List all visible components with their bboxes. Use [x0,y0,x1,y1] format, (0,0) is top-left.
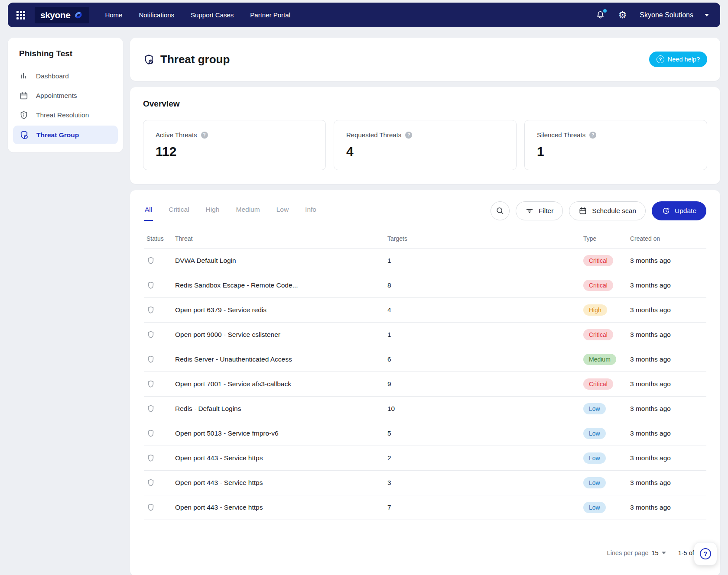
column-header-targets: Targets [387,235,583,242]
table-row[interactable]: Open port 9000 - Service cslistener 1 Cr… [144,323,706,347]
sidebar-title: Phishing Test [19,49,117,58]
search-button[interactable] [491,201,510,220]
stat-card-requested-threats: Requested Threats ? 4 [334,120,517,170]
threat-name: Open port 9000 - Service cslistener [175,331,387,339]
floating-help-button[interactable]: ? [694,542,717,565]
column-header-threat: Threat [175,235,387,242]
table-row[interactable]: Open port 7001 - Service afs3-callback 9… [144,372,706,397]
help-tooltip-icon[interactable]: ? [589,132,596,139]
table-row[interactable]: Open port 443 - Service https 3 Low 3 mo… [144,471,706,495]
tab-critical[interactable]: Critical [168,200,190,221]
status-shield-icon [146,306,175,314]
overview-section: Overview Active Threats ? 112 Requested … [130,87,720,184]
column-header-created: Created on [630,235,706,242]
status-shield-icon [146,454,175,462]
table-row[interactable]: Open port 443 - Service https 2 Low 3 mo… [144,446,706,471]
threat-name: Redis Sandbox Escape - Remote Code... [175,281,387,289]
schedule-scan-button[interactable]: Schedule scan [569,201,646,220]
logo[interactable]: skyone [35,7,89,23]
threat-name: Open port 5013 - Service fmpro-v6 [175,430,387,437]
filter-icon [525,207,534,215]
threat-name: Open port 6379 - Service redis [175,306,387,314]
table-row[interactable]: Redis - Default Logins 10 Low 3 months a… [144,397,706,421]
filter-button[interactable]: Filter [516,201,563,220]
sidebar-item-label: Threat Group [36,131,79,139]
targets-count: 2 [387,454,583,462]
account-name: Skyone Solutions [640,11,693,19]
grid-apps-icon[interactable] [14,8,28,22]
column-header-status: Status [146,235,175,242]
table-toolbar: AllCriticalHighMediumLowInfo Filter [144,200,706,221]
type-badge: Critical [583,280,613,291]
type-badge: High [583,304,607,316]
created-on: 3 months ago [630,380,706,388]
question-circle-icon: ? [656,55,664,63]
overview-title: Overview [143,99,707,109]
tab-medium[interactable]: Medium [235,200,261,221]
nav-item-home[interactable]: Home [105,11,122,19]
targets-count: 6 [387,355,583,363]
bell-icon[interactable] [595,10,605,20]
sidebar-item-label: Dashboard [36,72,69,80]
page-header-card: Threat group ? Need help? [130,38,720,81]
update-button[interactable]: Update [652,201,706,220]
targets-count: 1 [387,331,583,339]
status-shield-icon [146,256,175,265]
table-row[interactable]: Open port 443 - Service https 7 Low 3 mo… [144,495,706,520]
table-row[interactable]: DVWA Default Login 1 Critical 3 months a… [144,249,706,273]
tab-high[interactable]: High [205,200,221,221]
created-on: 3 months ago [630,281,706,289]
help-tooltip-icon[interactable]: ? [201,132,208,139]
targets-count: 8 [387,281,583,289]
type-badge: Low [583,502,606,513]
sidebar-item-appointments[interactable]: Appointments [13,87,118,105]
sidebar-item-threat-resolution[interactable]: Threat Resolution [13,106,118,124]
created-on: 3 months ago [630,504,706,511]
nav-item-partner-portal[interactable]: Partner Portal [250,11,290,19]
chevron-down-icon [662,552,666,554]
created-on: 3 months ago [630,430,706,437]
type-badge: Low [583,403,606,414]
help-tooltip-icon[interactable]: ? [405,132,412,139]
created-on: 3 months ago [630,331,706,339]
nav-item-support-cases[interactable]: Support Cases [191,11,234,19]
refresh-clock-icon [662,207,670,215]
created-on: 3 months ago [630,405,706,413]
sidebar-item-threat-group[interactable]: Threat Group [13,126,118,144]
nav-item-notifications[interactable]: Notifications [139,11,174,19]
need-help-button[interactable]: ? Need help? [649,52,707,67]
stat-label: Silenced Threats [537,131,585,139]
table-row[interactable]: Open port 5013 - Service fmpro-v6 5 Low … [144,421,706,446]
stat-value: 112 [156,144,313,159]
created-on: 3 months ago [630,454,706,462]
column-header-type: Type [583,235,630,242]
lines-per-page-select[interactable]: Lines per page 15 [607,549,666,556]
status-shield-icon [146,380,175,388]
sidebar-item-dashboard[interactable]: Dashboard [13,67,118,85]
created-on: 3 months ago [630,306,706,314]
main-content: Threat group ? Need help? Overview Activ… [130,38,720,575]
table-footer: Lines per page 15 1-5 of 100 [144,538,706,575]
tab-low[interactable]: Low [276,200,289,221]
tab-all[interactable]: All [144,200,153,221]
threat-name: Redis - Default Logins [175,405,387,413]
shield-info-icon [19,110,29,120]
lines-per-page-value: 15 [652,549,659,556]
stat-label: Requested Threats [346,131,401,139]
threat-name: DVWA Default Login [175,257,387,265]
table-row[interactable]: Redis Server - Unauthenticated Access 6 … [144,347,706,372]
type-badge: Low [583,428,606,439]
tab-info[interactable]: Info [304,200,317,221]
chevron-down-icon [705,14,709,16]
account-menu[interactable]: Skyone Solutions [640,11,709,19]
status-shield-icon [146,404,175,413]
targets-count: 3 [387,479,583,487]
status-shield-icon [146,330,175,339]
sidebar-item-label: Appointments [36,92,77,100]
stat-value: 1 [537,144,695,159]
top-navigation: HomeNotificationsSupport CasesPartner Po… [105,11,290,19]
table-row[interactable]: Redis Sandbox Escape - Remote Code... 8 … [144,273,706,298]
table-row[interactable]: Open port 6379 - Service redis 4 High 3 … [144,298,706,323]
gear-icon[interactable]: ⚙ [618,10,627,20]
threat-name: Open port 443 - Service https [175,504,387,511]
